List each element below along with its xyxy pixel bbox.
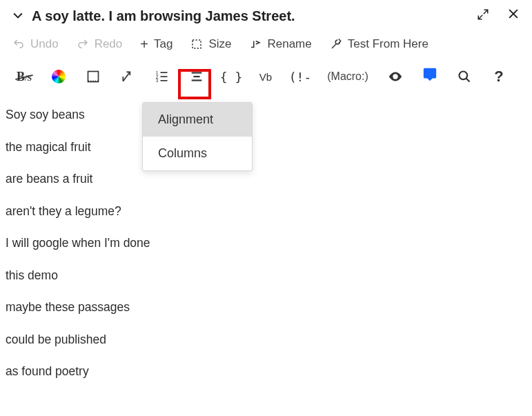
test-button[interactable]: Test From Here <box>330 37 428 51</box>
list-icon[interactable]: 123 <box>145 63 179 90</box>
help-icon[interactable]: ? <box>482 63 516 90</box>
svg-text:3: 3 <box>156 78 159 83</box>
search-icon[interactable] <box>447 63 482 90</box>
undo-button[interactable]: Undo <box>12 37 59 51</box>
alignment-dropdown: Alignment Columns <box>142 102 253 171</box>
svg-line-5 <box>332 44 336 48</box>
plus-icon: + <box>140 37 148 51</box>
undo-label: Undo <box>30 37 59 51</box>
menu-item-alignment[interactable]: Alignment <box>143 103 252 137</box>
alignment-icon[interactable] <box>179 63 214 90</box>
redo-label: Redo <box>95 37 123 51</box>
redo-button[interactable]: Redo <box>77 37 123 51</box>
editor-line: are beans a fruit <box>6 170 526 188</box>
borders-icon[interactable] <box>76 63 110 90</box>
editor-line: aren't they a legume? <box>6 203 526 220</box>
title-bar: A soy latte. I am browsing James Street. <box>0 0 532 30</box>
svg-rect-4 <box>193 40 201 48</box>
editor-line: Soy soy beans <box>6 106 526 123</box>
editor-line: could be published <box>6 331 526 348</box>
editor-line: the magical fruit <box>6 139 526 156</box>
editor-content[interactable]: Soy soy beans the magical fruit are bean… <box>0 97 532 405</box>
editor-line: this demo <box>6 267 526 284</box>
page-title: A soy latte. I am browsing James Street. <box>32 8 460 24</box>
macro-button[interactable]: (Macro:) <box>317 63 378 90</box>
svg-point-18 <box>394 75 397 78</box>
collapse-icon[interactable]: (!- <box>283 63 317 90</box>
svg-rect-6 <box>88 72 99 82</box>
verbatim-icon[interactable]: Vb <box>248 63 283 90</box>
close-icon[interactable] <box>506 7 521 25</box>
tag-label: Tag <box>154 37 173 51</box>
visibility-icon[interactable] <box>378 63 413 90</box>
rotation-icon[interactable] <box>110 63 145 90</box>
chevron-down-icon[interactable] <box>11 8 25 24</box>
colors-icon[interactable] <box>41 63 76 90</box>
size-label: Size <box>208 37 231 51</box>
test-label: Test From Here <box>348 37 428 51</box>
menu-item-columns[interactable]: Columns <box>143 137 252 170</box>
code-icon[interactable]: { } <box>214 63 248 90</box>
svg-point-19 <box>460 72 468 80</box>
svg-line-20 <box>466 79 470 82</box>
format-toolbar: B/S 123 { } Vb (!- (Macro:) ? <box>0 58 532 97</box>
styles-icon[interactable]: B/S <box>7 63 41 90</box>
editor-line: maybe these passages <box>6 299 526 316</box>
tag-button[interactable]: + Tag <box>140 37 173 51</box>
rename-button[interactable]: Rename <box>249 37 311 51</box>
editor-line: as found poetry <box>6 363 526 380</box>
primary-toolbar: Undo Redo + Tag Size Rename Test From He… <box>0 30 532 58</box>
size-button[interactable]: Size <box>190 37 231 51</box>
svg-line-8 <box>123 72 130 81</box>
rename-label: Rename <box>267 37 311 51</box>
editor-line: I will google when I'm done <box>6 235 526 252</box>
svg-line-1 <box>478 15 482 19</box>
svg-line-0 <box>484 10 488 14</box>
comment-icon[interactable] <box>413 63 447 90</box>
expand-icon[interactable] <box>475 8 491 23</box>
